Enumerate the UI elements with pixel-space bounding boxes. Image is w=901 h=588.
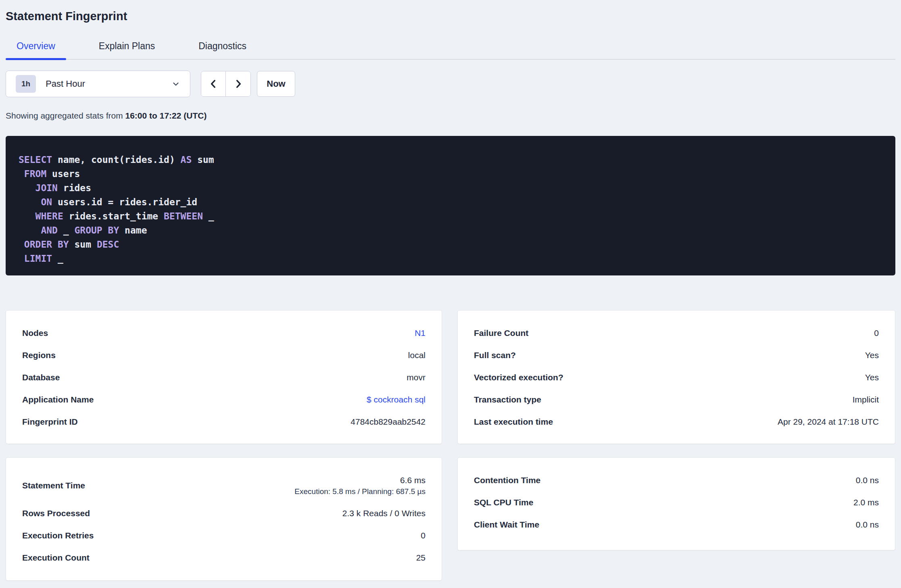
time-nav-group bbox=[201, 71, 251, 97]
stat-label: Failure Count bbox=[474, 328, 528, 338]
stat-label: Statement Time bbox=[22, 481, 85, 490]
chevron-right-icon bbox=[233, 79, 244, 89]
stat-row: Rows Processed2.3 k Reads / 0 Writes bbox=[22, 502, 425, 524]
stat-value: 2.3 k Reads / 0 Writes bbox=[342, 509, 425, 518]
stat-row: SQL CPU Time2.0 ms bbox=[474, 491, 879, 513]
stat-row: Databasemovr bbox=[22, 366, 425, 388]
page-title: Statement Fingerprint bbox=[6, 0, 895, 23]
chevron-down-icon bbox=[171, 79, 180, 88]
time-range-picker[interactable]: 1h Past Hour bbox=[6, 71, 190, 97]
tab-overview-label: Overview bbox=[17, 41, 55, 51]
stat-label: Regions bbox=[22, 350, 56, 360]
next-time-button[interactable] bbox=[226, 71, 250, 96]
stat-row: Transaction typeImplicit bbox=[474, 388, 879, 411]
stat-row: Client Wait Time0.0 ns bbox=[474, 513, 879, 536]
prev-time-button[interactable] bbox=[201, 71, 226, 96]
tab-diagnostics-label: Diagnostics bbox=[198, 41, 246, 51]
stat-value: 0.0 ns bbox=[856, 520, 879, 530]
execution-attributes-card: Failure Count0Full scan?YesVectorized ex… bbox=[457, 310, 895, 444]
stat-value: 6.6 ms bbox=[400, 475, 425, 485]
sql-code: SELECT name, count(rides.id) AS sum FROM… bbox=[19, 153, 882, 266]
stat-value: 0 bbox=[421, 531, 425, 540]
stat-row: Statement Time6.6 msExecution: 5.8 ms / … bbox=[22, 469, 425, 502]
statement-details-card: NodesN1RegionslocalDatabasemovrApplicati… bbox=[6, 310, 442, 444]
stat-row: Execution Retries0 bbox=[22, 524, 425, 546]
stat-value: local bbox=[408, 350, 425, 360]
chevron-left-icon bbox=[208, 79, 219, 89]
stat-label: Database bbox=[22, 373, 60, 382]
stat-value: Apr 29, 2024 at 17:18 UTC bbox=[778, 417, 879, 427]
tab-diagnostics[interactable]: Diagnostics bbox=[188, 41, 257, 59]
stat-row: Application Name$ cockroach sql bbox=[22, 388, 425, 411]
sql-line: SELECT name, count(rides.id) AS sum bbox=[19, 153, 882, 167]
now-button[interactable]: Now bbox=[257, 71, 295, 97]
stat-label: Client Wait Time bbox=[474, 520, 539, 530]
stat-row: Execution Count25 bbox=[22, 546, 425, 569]
stat-value-link[interactable]: $ cockroach sql bbox=[367, 395, 425, 405]
statement-fingerprint-page: Statement Fingerprint Overview Explain P… bbox=[0, 0, 901, 581]
stat-label: Full scan? bbox=[474, 350, 516, 360]
stat-label: Rows Processed bbox=[22, 509, 90, 518]
tab-explain-plans[interactable]: Explain Plans bbox=[88, 41, 166, 59]
stat-row: Fingerprint ID4784cb829aab2542 bbox=[22, 411, 425, 433]
time-range-label: Past Hour bbox=[46, 79, 171, 89]
stat-value: 0 bbox=[874, 328, 879, 338]
stat-value-link[interactable]: N1 bbox=[415, 328, 425, 338]
tab-overview[interactable]: Overview bbox=[6, 41, 66, 59]
aggregated-stats-line: Showing aggregated stats from 16:00 to 1… bbox=[6, 111, 895, 121]
stat-label: Execution Retries bbox=[22, 531, 94, 540]
tab-bar: Overview Explain Plans Diagnostics bbox=[6, 41, 895, 60]
stat-row: Contention Time0.0 ns bbox=[474, 469, 879, 491]
stat-label: Contention Time bbox=[474, 475, 540, 485]
stat-value: 0.0 ns bbox=[856, 475, 879, 485]
stat-row: Regionslocal bbox=[22, 344, 425, 366]
stat-subvalue: Execution: 5.8 ms / Planning: 687.5 µs bbox=[294, 487, 425, 496]
wait-times-card: Contention Time0.0 nsSQL CPU Time2.0 msC… bbox=[457, 457, 895, 550]
sql-line: ORDER BY sum DESC bbox=[19, 238, 882, 252]
aggregated-stats-prefix: Showing aggregated stats from bbox=[6, 111, 125, 120]
stat-row: NodesN1 bbox=[22, 322, 425, 344]
stat-value: movr bbox=[407, 373, 425, 382]
tab-explain-plans-label: Explain Plans bbox=[99, 41, 155, 51]
stat-value: Yes bbox=[865, 373, 879, 382]
stat-label: Last execution time bbox=[474, 417, 553, 427]
stat-row: Full scan?Yes bbox=[474, 344, 879, 366]
aggregated-stats-range: 16:00 to 17:22 (UTC) bbox=[125, 111, 207, 120]
time-controls: 1h Past Hour Now bbox=[6, 71, 895, 97]
stat-label: Fingerprint ID bbox=[22, 417, 78, 427]
sql-line: JOIN rides bbox=[19, 181, 882, 195]
stat-row: Vectorized execution?Yes bbox=[474, 366, 879, 388]
stat-label: Application Name bbox=[22, 395, 94, 405]
stat-label: Nodes bbox=[22, 328, 48, 338]
sql-line: FROM users bbox=[19, 167, 882, 181]
stat-label: SQL CPU Time bbox=[474, 498, 533, 507]
stat-value: Implicit bbox=[853, 395, 879, 405]
stat-value: 4784cb829aab2542 bbox=[350, 417, 425, 427]
sql-line: WHERE rides.start_time BETWEEN _ bbox=[19, 209, 882, 223]
details-cards-row: NodesN1RegionslocalDatabasemovrApplicati… bbox=[6, 310, 895, 444]
sql-line: AND _ GROUP BY name bbox=[19, 223, 882, 238]
stat-value: 2.0 ms bbox=[853, 498, 879, 507]
time-range-badge: 1h bbox=[16, 75, 36, 93]
stat-row: Failure Count0 bbox=[474, 322, 879, 344]
statement-timing-card: Statement Time6.6 msExecution: 5.8 ms / … bbox=[6, 457, 442, 581]
stat-label: Vectorized execution? bbox=[474, 373, 563, 382]
stat-value: Yes bbox=[865, 350, 879, 360]
sql-line: ON users.id = rides.rider_id bbox=[19, 195, 882, 209]
sql-statement-box: SELECT name, count(rides.id) AS sum FROM… bbox=[6, 136, 895, 275]
stat-label: Execution Count bbox=[22, 553, 90, 563]
stat-value: 25 bbox=[416, 553, 425, 563]
stat-row: Last execution timeApr 29, 2024 at 17:18… bbox=[474, 411, 879, 433]
sql-line: LIMIT _ bbox=[19, 252, 882, 266]
stat-label: Transaction type bbox=[474, 395, 541, 405]
timing-cards-row: Statement Time6.6 msExecution: 5.8 ms / … bbox=[6, 457, 895, 581]
